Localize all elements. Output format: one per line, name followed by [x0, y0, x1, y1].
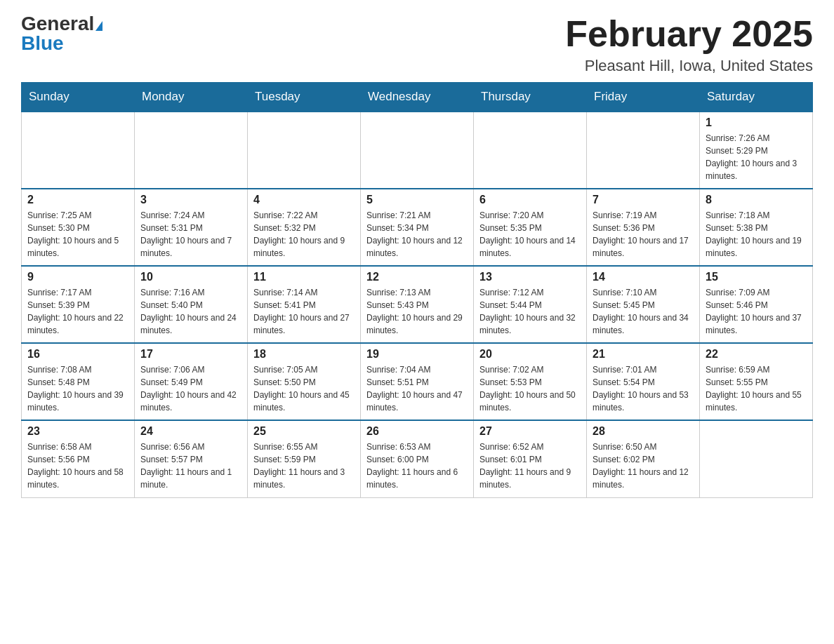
calendar-cell: 7Sunrise: 7:19 AM Sunset: 5:36 PM Daylig…	[587, 189, 700, 266]
calendar-header-sunday: Sunday	[22, 83, 135, 112]
day-number: 23	[27, 425, 128, 438]
calendar-cell: 3Sunrise: 7:24 AM Sunset: 5:31 PM Daylig…	[135, 189, 248, 266]
calendar-cell: 24Sunrise: 6:56 AM Sunset: 5:57 PM Dayli…	[135, 420, 248, 497]
day-number: 27	[479, 425, 581, 438]
calendar-cell: 27Sunrise: 6:52 AM Sunset: 6:01 PM Dayli…	[474, 420, 587, 497]
calendar-week-row-4: 16Sunrise: 7:08 AM Sunset: 5:48 PM Dayli…	[22, 343, 813, 420]
logo-general: General	[21, 13, 94, 34]
day-number: 19	[366, 348, 468, 361]
calendar-cell: 21Sunrise: 7:01 AM Sunset: 5:54 PM Dayli…	[587, 343, 700, 420]
calendar-cell	[474, 112, 587, 189]
day-info: Sunrise: 7:16 AM Sunset: 5:40 PM Dayligh…	[140, 286, 241, 337]
day-number: 24	[140, 425, 241, 438]
day-info: Sunrise: 7:08 AM Sunset: 5:48 PM Dayligh…	[27, 363, 128, 414]
day-number: 8	[706, 194, 807, 206]
calendar-week-row-2: 2Sunrise: 7:25 AM Sunset: 5:30 PM Daylig…	[22, 189, 813, 266]
day-number: 3	[140, 194, 241, 206]
calendar-header-monday: Monday	[135, 83, 248, 112]
calendar-cell: 10Sunrise: 7:16 AM Sunset: 5:40 PM Dayli…	[135, 266, 248, 343]
day-number: 28	[593, 425, 694, 438]
calendar-cell: 5Sunrise: 7:21 AM Sunset: 5:34 PM Daylig…	[361, 189, 474, 266]
day-info: Sunrise: 6:53 AM Sunset: 6:00 PM Dayligh…	[366, 441, 468, 491]
day-info: Sunrise: 7:19 AM Sunset: 5:36 PM Dayligh…	[593, 209, 694, 260]
calendar-cell: 17Sunrise: 7:06 AM Sunset: 5:49 PM Dayli…	[135, 343, 248, 420]
calendar-cell	[135, 112, 248, 189]
day-number: 13	[479, 271, 581, 283]
calendar-cell: 9Sunrise: 7:17 AM Sunset: 5:39 PM Daylig…	[22, 266, 135, 343]
day-number: 25	[253, 425, 355, 438]
logo-triangle-icon	[95, 21, 102, 31]
logo: General Blue	[21, 14, 102, 53]
day-number: 18	[253, 348, 355, 361]
day-number: 21	[593, 348, 694, 361]
page-header: General Blue February 2025 Pleasant Hill…	[21, 14, 813, 75]
title-block: February 2025 Pleasant Hill, Iowa, Unite…	[565, 14, 813, 75]
day-info: Sunrise: 7:05 AM Sunset: 5:50 PM Dayligh…	[253, 363, 355, 414]
calendar-cell: 19Sunrise: 7:04 AM Sunset: 5:51 PM Dayli…	[361, 343, 474, 420]
day-info: Sunrise: 7:22 AM Sunset: 5:32 PM Dayligh…	[253, 209, 355, 260]
day-number: 7	[593, 194, 694, 206]
day-number: 11	[253, 271, 355, 283]
day-number: 12	[366, 271, 468, 283]
calendar-week-row-5: 23Sunrise: 6:58 AM Sunset: 5:56 PM Dayli…	[22, 420, 813, 497]
calendar-cell: 22Sunrise: 6:59 AM Sunset: 5:55 PM Dayli…	[700, 343, 813, 420]
calendar-cell: 18Sunrise: 7:05 AM Sunset: 5:50 PM Dayli…	[248, 343, 361, 420]
calendar-cell	[587, 112, 700, 189]
calendar-header-friday: Friday	[587, 83, 700, 112]
calendar-cell: 25Sunrise: 6:55 AM Sunset: 5:59 PM Dayli…	[248, 420, 361, 497]
calendar-header-tuesday: Tuesday	[248, 83, 361, 112]
day-number: 2	[27, 194, 128, 206]
location-title: Pleasant Hill, Iowa, United States	[565, 57, 813, 75]
day-info: Sunrise: 6:56 AM Sunset: 5:57 PM Dayligh…	[140, 441, 241, 491]
month-title: February 2025	[565, 14, 813, 54]
day-number: 6	[479, 194, 581, 206]
calendar-cell: 12Sunrise: 7:13 AM Sunset: 5:43 PM Dayli…	[361, 266, 474, 343]
calendar-header-wednesday: Wednesday	[361, 83, 474, 112]
day-info: Sunrise: 7:26 AM Sunset: 5:29 PM Dayligh…	[706, 132, 807, 182]
day-info: Sunrise: 7:06 AM Sunset: 5:49 PM Dayligh…	[140, 363, 241, 414]
calendar-cell: 16Sunrise: 7:08 AM Sunset: 5:48 PM Dayli…	[22, 343, 135, 420]
day-info: Sunrise: 7:21 AM Sunset: 5:34 PM Dayligh…	[366, 209, 468, 260]
day-number: 14	[593, 271, 694, 283]
logo-blue: Blue	[21, 34, 64, 53]
day-info: Sunrise: 6:52 AM Sunset: 6:01 PM Dayligh…	[479, 441, 581, 491]
calendar-cell: 2Sunrise: 7:25 AM Sunset: 5:30 PM Daylig…	[22, 189, 135, 266]
logo-text: General	[21, 14, 102, 34]
calendar-cell	[22, 112, 135, 189]
day-info: Sunrise: 7:09 AM Sunset: 5:46 PM Dayligh…	[706, 286, 807, 337]
calendar-cell: 11Sunrise: 7:14 AM Sunset: 5:41 PM Dayli…	[248, 266, 361, 343]
calendar-header-saturday: Saturday	[700, 83, 813, 112]
day-number: 1	[706, 116, 807, 129]
day-number: 26	[366, 425, 468, 438]
calendar-cell: 23Sunrise: 6:58 AM Sunset: 5:56 PM Dayli…	[22, 420, 135, 497]
day-info: Sunrise: 6:58 AM Sunset: 5:56 PM Dayligh…	[27, 441, 128, 491]
day-info: Sunrise: 7:25 AM Sunset: 5:30 PM Dayligh…	[27, 209, 128, 260]
calendar-week-row-1: 1Sunrise: 7:26 AM Sunset: 5:29 PM Daylig…	[22, 112, 813, 189]
day-info: Sunrise: 7:14 AM Sunset: 5:41 PM Dayligh…	[253, 286, 355, 337]
day-info: Sunrise: 6:55 AM Sunset: 5:59 PM Dayligh…	[253, 441, 355, 491]
day-info: Sunrise: 7:13 AM Sunset: 5:43 PM Dayligh…	[366, 286, 468, 337]
day-info: Sunrise: 7:02 AM Sunset: 5:53 PM Dayligh…	[479, 363, 581, 414]
day-info: Sunrise: 6:59 AM Sunset: 5:55 PM Dayligh…	[706, 363, 807, 414]
day-number: 16	[27, 348, 128, 361]
day-info: Sunrise: 7:01 AM Sunset: 5:54 PM Dayligh…	[593, 363, 694, 414]
calendar-table: SundayMondayTuesdayWednesdayThursdayFrid…	[21, 82, 813, 498]
calendar-week-row-3: 9Sunrise: 7:17 AM Sunset: 5:39 PM Daylig…	[22, 266, 813, 343]
calendar-cell	[361, 112, 474, 189]
day-number: 22	[706, 348, 807, 361]
calendar-cell: 4Sunrise: 7:22 AM Sunset: 5:32 PM Daylig…	[248, 189, 361, 266]
day-number: 17	[140, 348, 241, 361]
calendar-cell	[248, 112, 361, 189]
day-info: Sunrise: 7:04 AM Sunset: 5:51 PM Dayligh…	[366, 363, 468, 414]
calendar-cell: 28Sunrise: 6:50 AM Sunset: 6:02 PM Dayli…	[587, 420, 700, 497]
calendar-cell: 26Sunrise: 6:53 AM Sunset: 6:00 PM Dayli…	[361, 420, 474, 497]
day-number: 5	[366, 194, 468, 206]
calendar-cell: 13Sunrise: 7:12 AM Sunset: 5:44 PM Dayli…	[474, 266, 587, 343]
day-info: Sunrise: 7:18 AM Sunset: 5:38 PM Dayligh…	[706, 209, 807, 260]
day-number: 20	[479, 348, 581, 361]
calendar-header-thursday: Thursday	[474, 83, 587, 112]
day-info: Sunrise: 7:12 AM Sunset: 5:44 PM Dayligh…	[479, 286, 581, 337]
day-number: 10	[140, 271, 241, 283]
day-info: Sunrise: 7:24 AM Sunset: 5:31 PM Dayligh…	[140, 209, 241, 260]
day-info: Sunrise: 7:17 AM Sunset: 5:39 PM Dayligh…	[27, 286, 128, 337]
